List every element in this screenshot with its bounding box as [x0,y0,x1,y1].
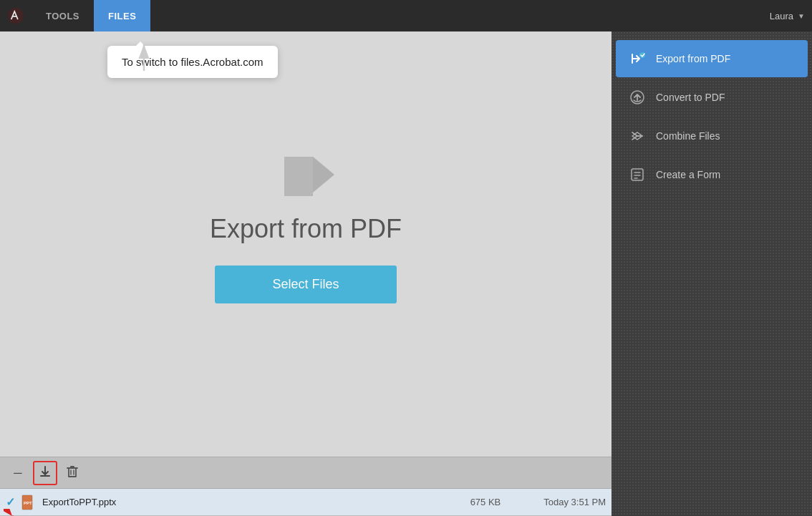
sidebar-item-export[interactable]: Export from PDF [616,40,808,77]
top-nav: TOOLS FILES Laura ▼ [0,0,812,31]
file-checkbox: ✓ [6,495,15,509]
tools-tab[interactable]: TOOLS [32,0,94,31]
bottom-panel: ─ [0,457,612,516]
select-files-button[interactable]: Select Files [215,266,396,303]
sidebar-label-convert: Convert to PDF [656,92,725,103]
user-menu[interactable]: Laura ▼ [770,11,812,21]
files-tab[interactable]: FILES [94,0,150,31]
export-title: Export from PDF [210,214,402,244]
file-name: ExportToPPT.pptx [42,497,470,507]
sidebar-item-form[interactable]: Create a Form [616,156,808,193]
sidebar-label-export: Export from PDF [656,53,730,64]
trash-icon [67,465,78,481]
minimize-button[interactable]: ─ [6,461,30,485]
sidebar-label-combine: Combine Files [656,130,720,142]
file-row[interactable]: ✓ PPT ExportToPPT.pptx 675 KB Today 3:51… [0,489,612,516]
minus-icon: ─ [14,467,21,480]
right-sidebar: Export from PDF Convert to PDF Combin [612,31,812,516]
svg-rect-4 [40,475,50,477]
svg-marker-3 [313,157,334,193]
user-name: Laura [770,11,793,21]
tab-pointer-arrow [126,39,162,77]
export-sidebar-icon [627,49,647,69]
action-arrow-annotation [4,509,47,516]
combine-sidebar-icon [627,126,647,146]
export-section: Export from PDF Select Files [0,31,612,457]
acrobat-logo [0,0,32,31]
download-button[interactable] [33,461,57,485]
bottom-toolbar: ─ [0,457,612,489]
download-icon [39,465,52,481]
export-pdf-icon [274,142,338,207]
file-date: Today 3:51 PM [543,497,606,507]
center-content: To switch to files.Acrobat.com Export fr… [0,31,612,516]
sidebar-label-form: Create a Form [656,169,720,180]
main-layout: To switch to files.Acrobat.com Export fr… [0,31,812,516]
sidebar-item-combine[interactable]: Combine Files [616,117,808,155]
svg-text:PPT: PPT [24,501,32,505]
form-sidebar-icon [627,165,647,185]
convert-sidebar-icon [627,87,647,107]
sidebar-item-convert[interactable]: Convert to PDF [616,79,808,116]
file-size: 675 KB [470,497,501,507]
chevron-down-icon: ▼ [798,12,805,20]
svg-point-12 [639,52,645,58]
delete-button[interactable] [60,461,84,485]
file-type-icon: PPT [21,495,37,510]
